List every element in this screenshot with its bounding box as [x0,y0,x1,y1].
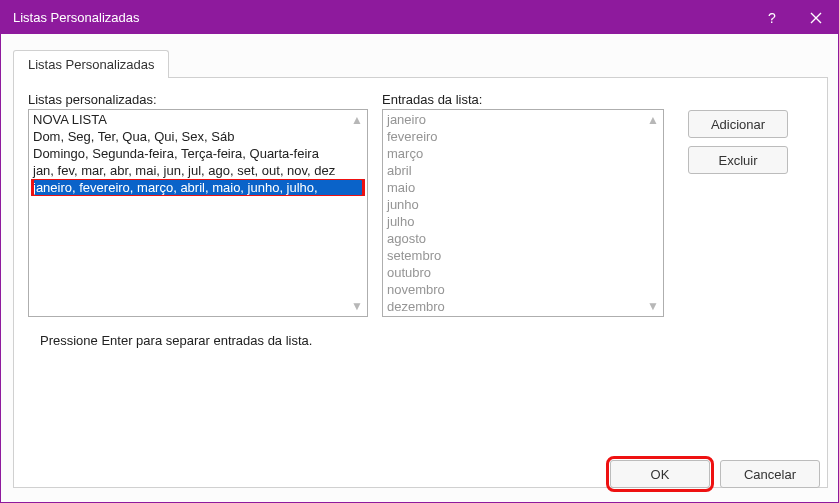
entries-label: Entradas da lista: [382,92,664,107]
add-button[interactable]: Adicionar [688,110,788,138]
dialog-window: Listas Personalizadas ? Listas Personali… [0,0,839,503]
entry-item: janeiro [385,111,661,128]
entries-col: Entradas da lista: janeirofevereiromarço… [382,92,664,317]
entry-item: maio [385,179,661,196]
entry-item: agosto [385,230,661,247]
entry-item: julho [385,213,661,230]
close-icon[interactable] [794,1,838,34]
list-item[interactable]: NOVA LISTA [31,111,365,128]
entry-item: outubro [385,264,661,281]
cancel-button[interactable]: Cancelar [720,460,820,488]
custom-lists-box[interactable]: NOVA LISTADom, Seg, Ter, Qua, Qui, Sex, … [28,109,368,317]
ok-highlight: OK [610,460,710,488]
help-text: Pressione Enter para separar entradas da… [40,333,813,348]
custom-lists-label: Listas personalizadas: [28,92,368,107]
tab-custom-lists[interactable]: Listas Personalizadas [13,50,169,78]
columns: Listas personalizadas: NOVA LISTADom, Se… [28,92,813,317]
dialog-body: Listas Personalizadas Listas personaliza… [1,34,838,502]
tab-row: Listas Personalizadas [13,44,828,78]
entry-item: março [385,145,661,162]
entry-item: novembro [385,281,661,298]
dialog-title: Listas Personalizadas [1,10,750,25]
delete-button[interactable]: Excluir [688,146,788,174]
help-icon[interactable]: ? [750,1,794,34]
list-item[interactable]: jan, fev, mar, abr, mai, jun, jul, ago, … [31,162,365,179]
side-buttons: Adicionar Excluir [688,110,788,174]
entry-item: dezembro [385,298,661,315]
footer: OK Cancelar [610,460,820,488]
entry-item: junho [385,196,661,213]
tab-panel: Listas personalizadas: NOVA LISTADom, Se… [13,77,828,488]
entries-box[interactable]: janeirofevereiromarçoabrilmaiojunhojulho… [382,109,664,317]
entry-item: abril [385,162,661,179]
list-item[interactable]: Dom, Seg, Ter, Qua, Qui, Sex, Sáb [31,128,365,145]
list-item[interactable]: janeiro, fevereiro, março, abril, maio, … [31,179,365,196]
entry-item: fevereiro [385,128,661,145]
custom-lists-col: Listas personalizadas: NOVA LISTADom, Se… [28,92,368,317]
ok-button[interactable]: OK [610,460,710,488]
entry-item: setembro [385,247,661,264]
list-item[interactable]: Domingo, Segunda-feira, Terça-feira, Qua… [31,145,365,162]
titlebar: Listas Personalizadas ? [1,1,838,34]
